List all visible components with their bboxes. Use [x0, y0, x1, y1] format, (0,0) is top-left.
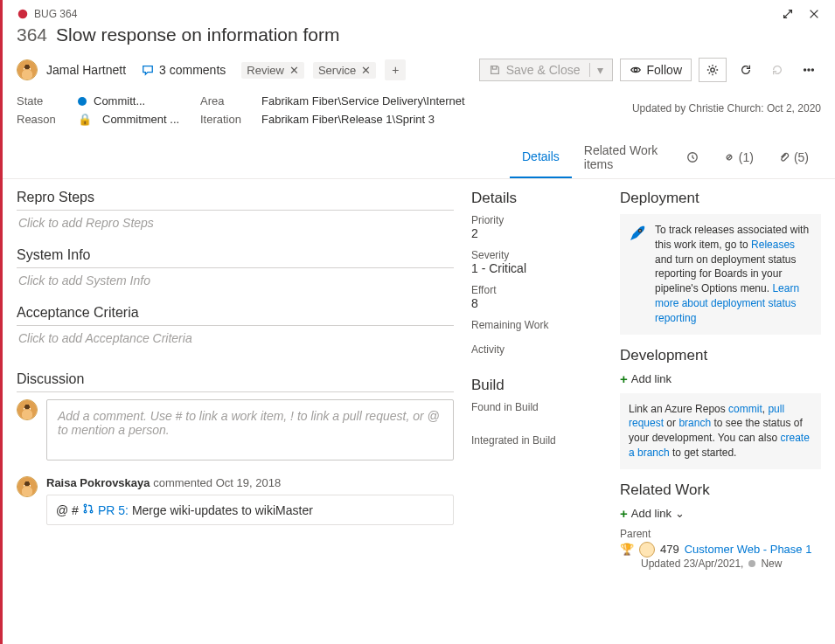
item-id-small: 364: [59, 8, 77, 20]
svg-point-8: [84, 510, 87, 513]
severity-label: Severity: [471, 249, 602, 261]
parent-label: Parent: [620, 528, 821, 540]
iteration-value[interactable]: Fabrikam Fiber\Release 1\Sprint 3: [261, 113, 435, 126]
state-value[interactable]: Committ...: [78, 94, 200, 107]
system-info-title: System Info: [17, 247, 454, 263]
tab-attachments[interactable]: (5): [766, 136, 821, 178]
current-user-avatar: [17, 399, 38, 420]
svg-point-5: [811, 69, 813, 71]
build-section-title: Build: [471, 377, 602, 394]
add-tag-button[interactable]: +: [385, 59, 406, 80]
system-info-input[interactable]: Click to add System Info: [17, 274, 454, 305]
follow-button[interactable]: Follow: [620, 59, 692, 81]
svg-point-7: [84, 504, 87, 507]
more-actions-button[interactable]: [797, 58, 821, 82]
deployment-info: To track releases associated with this w…: [620, 214, 821, 335]
reason-label: Reason: [17, 113, 78, 126]
item-title[interactable]: Slow response on information form: [56, 24, 340, 45]
tab-history[interactable]: [674, 136, 711, 178]
pr-link[interactable]: PR 5:: [98, 503, 129, 517]
deployment-title: Deployment: [620, 190, 821, 207]
area-value[interactable]: Fabrikam Fiber\Service Delivery\Internet: [261, 94, 465, 107]
acceptance-title: Acceptance Criteria: [17, 305, 454, 321]
releases-link[interactable]: Releases: [751, 239, 795, 251]
effort-label: Effort: [471, 284, 602, 296]
svg-point-10: [639, 230, 642, 232]
pull-request-icon: [82, 502, 94, 517]
development-info: Link an Azure Repos commit, pull request…: [620, 393, 821, 469]
svg-point-2: [711, 68, 714, 72]
discussion-title: Discussion: [17, 371, 454, 387]
state-label: State: [17, 94, 78, 107]
comments-link[interactable]: 3 comments: [142, 63, 226, 77]
commit-link[interactable]: commit: [728, 403, 762, 415]
tab-related[interactable]: Related Work items: [572, 136, 674, 178]
related-updated: Updated 23/Apr/2021,: [641, 557, 743, 570]
undo-button: [765, 58, 790, 82]
effort-value[interactable]: 8: [471, 296, 602, 310]
chevron-down-icon: ▾: [589, 63, 603, 77]
iteration-label: Iteration: [200, 113, 261, 126]
related-item-link[interactable]: Customer Web - Phase 1: [685, 543, 812, 556]
item-id: 364: [17, 24, 47, 45]
related-avatar: [639, 542, 655, 557]
found-in-build-label[interactable]: Found in Build: [471, 401, 602, 413]
area-label: Area: [200, 94, 261, 107]
related-work-title: Related Work: [620, 481, 821, 499]
close-icon[interactable]: [807, 7, 821, 21]
save-close-button: Save & Close ▾: [479, 59, 613, 81]
settings-button[interactable]: [699, 58, 727, 82]
tag-remove-icon[interactable]: ✕: [361, 64, 371, 77]
tag-service[interactable]: Service✕: [313, 62, 376, 79]
remaining-work-label[interactable]: Remaining Work: [471, 319, 602, 331]
svg-point-9: [90, 510, 93, 513]
priority-label: Priority: [471, 214, 602, 226]
svg-point-3: [804, 69, 806, 71]
updated-by-text: Updated by Christie Church: Oct 2, 2020: [632, 102, 821, 114]
tag-review[interactable]: Review✕: [241, 62, 304, 79]
comment-content: @ # PR 5: Merge wiki-updates to wikiMast…: [46, 495, 454, 525]
expand-icon[interactable]: [781, 7, 795, 21]
add-link-related[interactable]: +Add link ⌄: [620, 506, 821, 521]
item-type: BUG: [34, 8, 57, 20]
rocket-icon: [627, 223, 648, 244]
tab-links[interactable]: (1): [711, 136, 766, 178]
details-section-title: Details: [471, 190, 602, 207]
svg-point-1: [634, 68, 637, 72]
tab-details[interactable]: Details: [510, 136, 572, 178]
add-link-development[interactable]: +Add link: [620, 371, 821, 386]
comment-author-avatar: [17, 476, 38, 497]
severity-value[interactable]: 1 - Critical: [471, 261, 602, 275]
chevron-down-icon[interactable]: ⌄: [675, 507, 685, 520]
development-title: Development: [620, 347, 821, 364]
priority-value[interactable]: 2: [471, 226, 602, 240]
svg-point-4: [808, 69, 810, 71]
comment-input[interactable]: Add a comment. Use # to link a work item…: [46, 399, 454, 460]
epic-icon: 🏆: [620, 543, 634, 556]
repro-steps-title: Repro Steps: [17, 190, 454, 205]
repro-steps-input[interactable]: Click to add Repro Steps: [17, 216, 454, 247]
svg-point-0: [18, 10, 28, 19]
related-id: 479: [660, 543, 679, 556]
assignee-avatar[interactable]: [17, 59, 38, 80]
bug-icon: [17, 8, 29, 20]
reason-value[interactable]: 🔒Commitment ...: [78, 113, 200, 126]
comment-date: commented Oct 19, 2018: [153, 476, 281, 489]
integrated-in-build-label[interactable]: Integrated in Build: [471, 434, 602, 447]
lock-icon: 🔒: [78, 113, 92, 126]
related-status: New: [761, 557, 782, 570]
acceptance-input[interactable]: Click to add Acceptance Criteria: [17, 331, 454, 363]
refresh-button[interactable]: [734, 58, 758, 82]
status-dot-icon: [748, 560, 755, 567]
tag-remove-icon[interactable]: ✕: [289, 64, 299, 77]
comments-count: 3 comments: [159, 63, 226, 77]
branch-link[interactable]: branch: [678, 417, 711, 429]
comment-author: Raisa Pokrovskaya: [46, 476, 150, 489]
assignee-name[interactable]: Jamal Hartnett: [46, 63, 126, 77]
activity-label[interactable]: Activity: [471, 343, 602, 356]
